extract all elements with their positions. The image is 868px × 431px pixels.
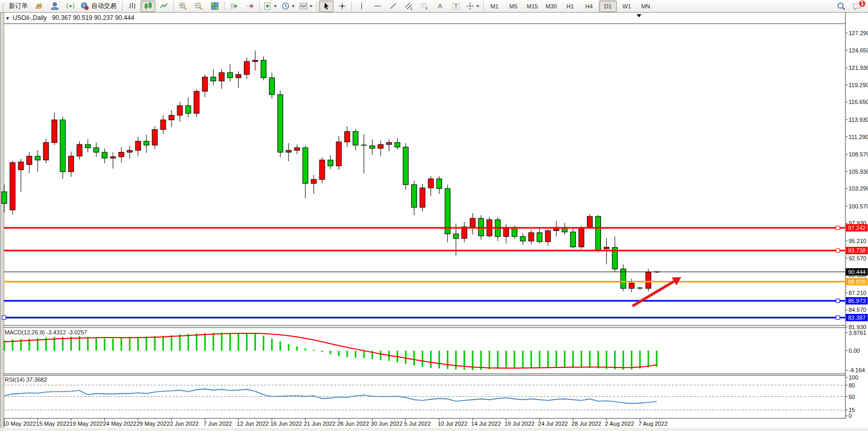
vline-icon[interactable] — [354, 1, 369, 12]
template-button[interactable] — [297, 1, 314, 12]
timeframe-m5[interactable]: M5 — [505, 1, 522, 12]
candle-body — [119, 152, 124, 157]
auto-scroll-icon[interactable] — [227, 1, 241, 12]
timeframe-m30[interactable]: M30 — [542, 1, 560, 12]
new-order-button[interactable]: 新订单 — [6, 1, 30, 12]
candle-body — [595, 216, 601, 250]
profile-icon[interactable] — [47, 1, 62, 12]
candle-body — [604, 247, 609, 249]
toolbar-separator — [483, 2, 484, 11]
price-tick-label: 124.650 — [849, 47, 868, 54]
ohlc-dropdown-arrow[interactable]: ▼ — [5, 16, 10, 21]
notification-badge: 1 — [859, 0, 866, 7]
candle-body — [35, 156, 40, 160]
candle-body — [10, 163, 15, 210]
price-tick-label: 105.930 — [849, 169, 868, 175]
label-icon[interactable]: T — [448, 1, 463, 12]
timeframe-mn[interactable]: MN — [637, 1, 655, 12]
chat-icon[interactable]: 1 — [850, 1, 864, 12]
price-tick-label: 103.290 — [849, 185, 868, 192]
candle-body — [353, 132, 358, 145]
hline-handle[interactable] — [836, 249, 840, 253]
auto-trading-button[interactable]: 自动交易 — [79, 1, 120, 12]
chart-window[interactable]: ▼USOil-,Daily90.367 90.519 90.237 90.444… — [0, 12, 868, 431]
gold-icon[interactable] — [31, 1, 46, 12]
candle-body — [160, 120, 166, 130]
chart-canvas[interactable]: 127.290124.650121.930119.290116.650113.9… — [0, 12, 868, 431]
cursor-icon[interactable] — [319, 1, 334, 12]
hline-icon[interactable] — [370, 1, 384, 12]
date-tick-label: 21 Jun 2022 — [304, 421, 336, 427]
timeframe-m15[interactable]: M15 — [523, 1, 541, 12]
timeframe-d1[interactable]: D1 — [599, 1, 617, 12]
rsi-tick-label: 50 — [849, 394, 855, 400]
tile-windows-icon[interactable] — [207, 1, 222, 12]
candle-body — [294, 148, 299, 150]
date-tick-label: 28 Jul 2022 — [572, 421, 602, 427]
ohlc-values: 90.367 90.519 90.237 90.444 — [52, 14, 134, 22]
candle-body — [69, 156, 74, 172]
candle-body — [244, 61, 250, 75]
candle-body — [110, 157, 115, 158]
candle-body — [102, 152, 107, 158]
candle-body — [571, 232, 576, 247]
candle-body — [261, 60, 266, 78]
channel-icon[interactable]: E — [401, 1, 416, 12]
price-tick-label: 127.290 — [849, 30, 868, 36]
price-badge-label: 93.738 — [848, 247, 866, 254]
arrow-annotation[interactable] — [633, 281, 674, 306]
candle-body — [27, 156, 32, 164]
candle-body — [18, 162, 24, 170]
candle-body — [529, 233, 534, 241]
price-badge-label: 85.973 — [848, 298, 866, 304]
signal-icon[interactable] — [63, 1, 78, 12]
line-chart-icon[interactable] — [156, 1, 171, 12]
candle-body — [470, 218, 475, 227]
price-tick-label: 113.930 — [849, 117, 868, 123]
macd-tick-label: -4.164 — [849, 367, 865, 373]
hline-handle[interactable] — [836, 316, 840, 319]
chart-title: ▼USOil-,Daily90.367 90.519 90.237 90.444 — [5, 14, 134, 22]
trendline-icon[interactable] — [385, 1, 400, 12]
indicators-button[interactable] — [262, 1, 278, 12]
shapes-icon[interactable] — [464, 1, 481, 12]
price-badge-label: 90.444 — [848, 269, 866, 275]
hline-handle[interactable] — [836, 299, 840, 303]
candlestick-icon[interactable] — [141, 1, 155, 12]
candle-body — [537, 233, 542, 241]
dropdown-arrow-icon — [476, 5, 479, 7]
timeframe-h1[interactable]: H1 — [561, 1, 579, 12]
candle-body — [387, 143, 392, 145]
chart-shift-marker[interactable] — [637, 14, 641, 17]
date-tick-label: 7 Jun 2022 — [203, 421, 232, 427]
timeframe-w1[interactable]: W1 — [618, 1, 636, 12]
date-tick-label: 19 May 2022 — [70, 421, 103, 427]
candle-body — [52, 120, 57, 142]
date-tick-label: 2 Jun 2022 — [170, 421, 198, 427]
periods-clock-button[interactable] — [280, 1, 296, 12]
bar-chart-icon[interactable] — [125, 1, 140, 12]
zoom-out-icon[interactable] — [191, 1, 206, 12]
candle-body — [403, 147, 409, 185]
candle-body — [135, 141, 141, 150]
hline-handle[interactable] — [2, 316, 6, 319]
text-icon[interactable]: A — [433, 1, 447, 12]
hline-handle[interactable] — [836, 226, 840, 229]
date-tick-label: 24 Jul 2022 — [538, 421, 568, 427]
toolbar-grip[interactable] — [1, 2, 5, 10]
date-tick-label: 19 Jul 2022 — [505, 421, 534, 427]
fibonacci-icon[interactable]: F — [417, 1, 432, 12]
candle-body — [453, 234, 458, 239]
candle-body — [2, 192, 7, 203]
date-tick-label: 26 Jun 2022 — [337, 421, 369, 427]
candle-body — [503, 227, 509, 236]
dropdown-arrow-icon — [292, 5, 295, 7]
timeframe-m1[interactable]: M1 — [486, 1, 503, 12]
zoom-in-icon[interactable] — [176, 1, 190, 12]
search-icon[interactable] — [834, 1, 849, 12]
candle-body — [328, 160, 333, 166]
label-letter: T — [454, 3, 457, 9]
crosshair-icon[interactable] — [335, 1, 349, 12]
chart-shift-icon[interactable] — [242, 1, 257, 12]
timeframe-h4[interactable]: H4 — [580, 1, 598, 12]
